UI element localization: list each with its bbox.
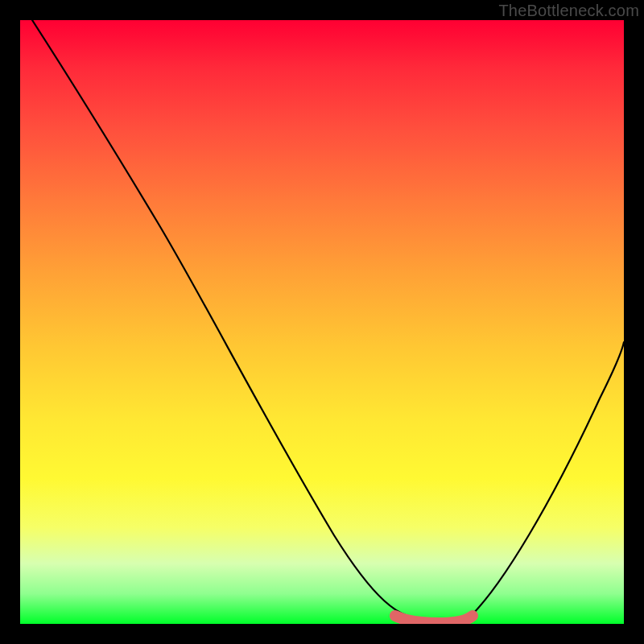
plot-background bbox=[20, 20, 624, 624]
watermark-text: TheBottleneck.com bbox=[498, 2, 639, 20]
chart-frame: TheBottleneck.com bbox=[0, 0, 644, 644]
